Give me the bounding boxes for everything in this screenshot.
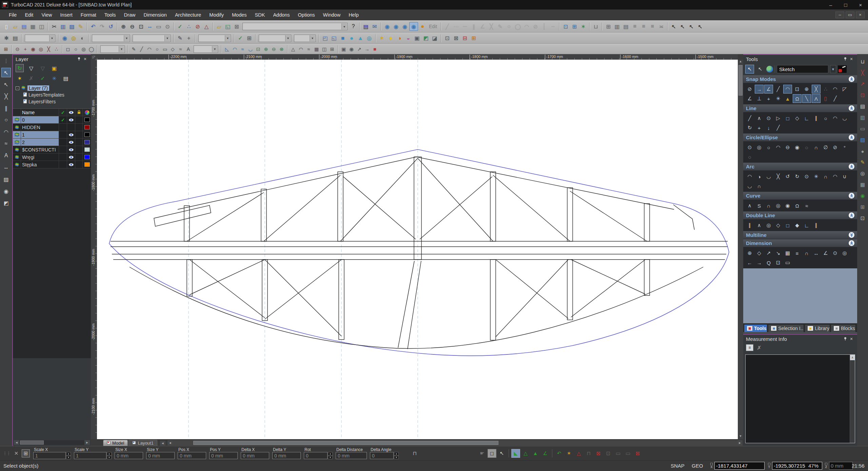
node-edit-icon[interactable]: ↖ (497, 449, 506, 458)
section-header-snap-modes[interactable]: Snap Modes≪ (743, 75, 857, 83)
stop-render-icon[interactable]: ⊟ (460, 34, 469, 43)
edit-ellipse-icon[interactable]: ◯ (513, 22, 522, 31)
ellipse-rotated-icon[interactable]: ◌ (802, 143, 811, 152)
menu-edit[interactable]: Edit (21, 11, 37, 19)
chamfer-icon[interactable]: ↻ (745, 123, 754, 132)
angle-constraint-icon[interactable]: △ (574, 449, 583, 458)
undo-icon[interactable]: ↶ (89, 22, 98, 31)
aperture-3-icon[interactable]: ◉ (400, 22, 409, 31)
circle-tool-icon[interactable]: ○ (1, 115, 11, 125)
oval-icon[interactable]: ∅ (821, 143, 830, 152)
menu-draw[interactable]: Draw (120, 11, 140, 19)
cursor-mode-1-icon[interactable]: ↖ (669, 22, 678, 31)
layer-lock-cell[interactable] (75, 139, 83, 146)
spin-up-icon[interactable]: ▲ (394, 452, 399, 456)
circle-3point-icon[interactable]: ◠ (774, 143, 783, 152)
arc-tool-icon[interactable]: ◠ (145, 45, 153, 53)
material-icon[interactable]: ◒ (404, 34, 413, 43)
refresh-layers-icon[interactable]: ↻ (16, 64, 24, 72)
arc-tool-icon[interactable]: ◠ (1, 127, 11, 137)
format-painter-icon[interactable]: ✎ (76, 22, 85, 31)
snap-toggle[interactable]: SNAP (671, 463, 685, 469)
target-tool-icon[interactable]: ◉ (859, 192, 867, 200)
donut-tool-icon[interactable]: ◎ (859, 169, 867, 178)
edit-line-icon[interactable]: ╱ (443, 22, 452, 31)
spin-up-icon[interactable]: ▲ (107, 452, 112, 456)
solid-box-icon[interactable]: ■ (338, 34, 347, 43)
chevron-down-icon[interactable]: ▾ (212, 46, 217, 52)
collapse-chevron-icon[interactable]: ≪ (849, 240, 854, 246)
layer-lock-cell[interactable] (75, 124, 83, 131)
menu-modes[interactable]: Modes (228, 11, 251, 19)
luminance-icon[interactable]: ◑ (395, 34, 404, 43)
dim-continuous-icon[interactable]: ∩ (802, 249, 811, 258)
x-coordinate-input[interactable]: -1817,433147 (714, 462, 765, 470)
tree-item[interactable]: LayersTemplates (13, 91, 91, 98)
bool-subtract-icon[interactable]: ⊖ (270, 45, 278, 53)
stack-tool-icon[interactable]: ▥ (859, 114, 867, 122)
snap-apex-icon[interactable]: Λ (812, 94, 821, 103)
circle-2point-icon[interactable]: ° (840, 143, 849, 152)
layer-lock-cell[interactable] (75, 116, 83, 123)
environment-icon[interactable]: ⊡ (443, 34, 452, 43)
layer-filter-clear-icon[interactable]: ▽ (39, 64, 47, 72)
layer-row[interactable]: Stępka (13, 161, 91, 168)
layer-color-cell[interactable] (83, 161, 92, 168)
chevron-down-icon[interactable]: ▾ (124, 35, 129, 41)
text-tool-icon[interactable]: A (184, 45, 192, 53)
collapse-chevron-icon[interactable]: ≪ (849, 193, 854, 199)
measurement-content[interactable]: ∧ (745, 354, 855, 443)
snap-quick-icon[interactable]: Ω (793, 94, 802, 103)
select-again-icon[interactable]: ↺ (106, 22, 115, 31)
delete-layer-icon[interactable]: ✗ (27, 74, 35, 82)
new-layer-icon[interactable]: ✶ (16, 74, 24, 82)
chevron-down-icon[interactable]: ▼ (830, 65, 836, 73)
mdi-minimize-button[interactable]: – (835, 12, 844, 18)
save-icon[interactable]: ▤ (20, 22, 28, 31)
parallel-tool-icon[interactable]: ∥ (1, 103, 11, 113)
sweep-icon[interactable]: ≈ (239, 45, 246, 53)
collapse-icon[interactable]: − (16, 86, 19, 90)
dropdown[interactable]: ▾ (294, 35, 316, 42)
layer-visible-cell[interactable] (67, 124, 75, 131)
scroll-up-icon[interactable]: ▲ (738, 60, 743, 64)
advanced-render-icon[interactable]: ⊞ (469, 34, 478, 43)
section-header-double-line[interactable]: Double Line≪ (743, 211, 857, 220)
edit-vline-icon[interactable]: │ (540, 22, 549, 31)
sphere-3d-icon[interactable]: ○ (72, 45, 80, 53)
highlight-layer-icon[interactable]: ✳ (50, 74, 58, 82)
zoom-extents-icon[interactable]: ↔ (145, 22, 154, 31)
shell-icon[interactable]: ⊡ (254, 45, 262, 53)
field-input[interactable]: 0 mm (209, 452, 238, 459)
select-icon[interactable]: ↖ (1, 68, 11, 77)
snap-tangent-icon[interactable]: ◠ (831, 85, 840, 94)
ellipse-fixed-icon[interactable]: ⊘ (831, 143, 840, 152)
edit-entity-icon[interactable]: ↗ (859, 80, 867, 88)
tangent-from-arc-icon[interactable]: ◠ (831, 114, 840, 123)
collapse-chevron-icon[interactable]: ≪ (849, 76, 854, 82)
scroll-left-icon[interactable]: ◄ (14, 440, 19, 445)
spinner[interactable]: ▲▼ (107, 452, 112, 459)
render-tool-icon[interactable]: ◩ (1, 198, 11, 208)
scrollbar-thumb[interactable] (20, 441, 44, 445)
arc-elliptical-icon[interactable]: ∩ (821, 172, 830, 181)
snap-nearest-icon[interactable]: → (755, 85, 764, 94)
layer-row[interactable]: Wręgi (13, 153, 91, 161)
scrollbar-thumb[interactable] (193, 441, 498, 445)
layer-color-cell[interactable] (83, 153, 92, 161)
text-tool-icon[interactable]: A (1, 151, 11, 160)
loft-icon[interactable]: ◡ (246, 45, 254, 53)
dropdown[interactable]: ▾ (25, 35, 55, 42)
chevron-down-icon[interactable]: ▾ (341, 23, 347, 29)
mdi-restore-button[interactable]: ▭ (846, 12, 854, 18)
section-header-line[interactable]: Line≪ (743, 104, 857, 112)
cut-icon[interactable]: ✂ (50, 22, 59, 31)
world-globe-icon[interactable] (766, 66, 773, 73)
arc-rotated-icon[interactable]: ⊙ (802, 172, 811, 181)
y-checkbox[interactable] (768, 463, 770, 465)
dim-parallel-icon[interactable]: ↘ (774, 249, 783, 258)
polyline-icon[interactable]: ∧ (755, 114, 764, 123)
camera-position-icon[interactable]: ▣ (340, 45, 348, 53)
collapse-chevron-icon[interactable]: ≪ (849, 105, 854, 111)
edit-dashline-icon[interactable]: ┄ (549, 22, 557, 31)
